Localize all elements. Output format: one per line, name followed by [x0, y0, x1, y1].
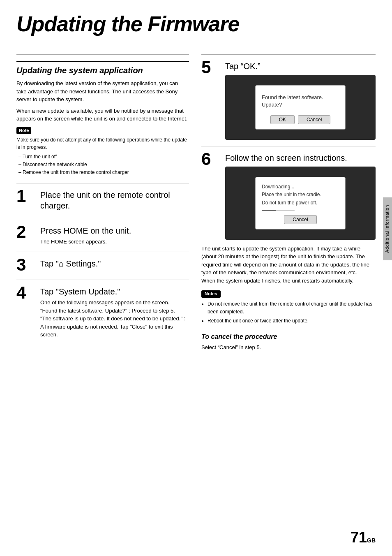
step-5-number: 5: [201, 59, 222, 76]
page-number-suffix: GB: [367, 537, 376, 545]
step-5-screen: Found the latest software. Update? OK Ca…: [225, 75, 376, 139]
notes-section: Notes Do not remove the unit from the re…: [201, 290, 376, 325]
step-4-content: Tap "System Update." One of the followin…: [40, 286, 189, 339]
notes-bullets: Do not remove the unit from the remote c…: [201, 300, 376, 325]
step-4: 4 Tap "System Update." One of the follow…: [16, 286, 189, 339]
notes-bullet-1: Do not remove the unit from the remote c…: [208, 300, 376, 316]
progress-bar-fill: [262, 210, 276, 211]
sidebar-label: Additional information: [384, 205, 390, 253]
page-title: Updating the Firmware: [16, 12, 376, 36]
cancel-button-2[interactable]: Cancel: [284, 215, 316, 224]
dl-text-3: Do not turn the power off.: [262, 199, 339, 206]
note-badge: Note: [16, 127, 31, 134]
step-3: 3 Tap "⌂ Settings.": [16, 258, 189, 273]
step-1: 1 Place the unit on the remote control c…: [16, 190, 189, 213]
page-number-container: 71 GB: [350, 527, 376, 548]
step-2-number: 2: [16, 223, 37, 241]
step-1-heading: Place the unit on the remote control cha…: [40, 190, 189, 211]
dialog-text-1: Found the latest software. Update?: [262, 94, 339, 109]
dl-text-1: Downloading...: [262, 183, 339, 190]
step-1-number: 1: [16, 188, 37, 205]
main-content: Updating the system application By downl…: [16, 48, 376, 354]
step-2: 2 Press HOME on the unit. The HOME scree…: [16, 225, 189, 246]
notes-badge: Notes: [201, 290, 221, 297]
dialog-buttons: OK Cancel: [262, 115, 339, 124]
progress-bar: [262, 210, 295, 211]
dl-text-2: Place the unit in the cradle.: [262, 191, 339, 198]
to-cancel-text: Select “Cancel” in step 5.: [201, 343, 376, 352]
note-section: Note Make sure you do not attempt any of…: [16, 126, 189, 177]
after-step6-text: The unit starts to update the system app…: [201, 245, 376, 285]
step-4-number: 4: [16, 284, 37, 301]
intro-text-2: When a new update is available, you will…: [16, 107, 189, 123]
left-column: Updating the system application By downl…: [16, 48, 189, 354]
step-5-content: Tap “OK.” Found the latest software. Upd…: [225, 61, 376, 139]
notes-bullet-2: Reboot the unit once or twice after the …: [208, 317, 376, 325]
note-bullet-2: Disconnect the network cable: [18, 161, 189, 169]
step-6-content: Follow the on screen instructions. Downl…: [225, 153, 376, 240]
step-5: 5 Tap “OK.” Found the latest software. U…: [201, 61, 376, 139]
step-2-content: Press HOME on the unit. The HOME screen …: [40, 225, 189, 246]
note-bullets: Turn the unit off Disconnect the network…: [16, 153, 189, 177]
step-6-number: 6: [201, 151, 222, 168]
note-bullet-3: Remove the unit from the remote control …: [18, 169, 189, 176]
step-3-number: 3: [16, 256, 37, 273]
step-6-dialog: Downloading... Place the unit in the cra…: [255, 177, 346, 229]
step-5-heading: Tap “OK.”: [225, 61, 376, 72]
ok-button[interactable]: OK: [270, 115, 295, 124]
to-cancel-heading: To cancel the procedure: [201, 332, 376, 341]
step-3-content: Tap "⌂ Settings.": [40, 258, 189, 271]
step-1-content: Place the unit on the remote control cha…: [40, 190, 189, 213]
section-title: Updating the system application: [16, 61, 189, 75]
step-3-heading: Tap "⌂ Settings.": [40, 258, 189, 269]
intro-text-1: By downloading the latest version of the…: [16, 79, 189, 104]
step-5-dialog: Found the latest software. Update? OK Ca…: [255, 85, 346, 129]
step-6: 6 Follow the on screen instructions. Dow…: [201, 153, 376, 240]
step-6-screen: Downloading... Place the unit in the cra…: [225, 167, 376, 240]
step-2-subtext: The HOME screen appears.: [40, 238, 189, 246]
to-cancel-section: To cancel the procedure Select “Cancel” …: [201, 332, 376, 351]
step-2-heading: Press HOME on the unit.: [40, 225, 189, 236]
right-column: 5 Tap “OK.” Found the latest software. U…: [201, 48, 376, 354]
step-4-subtext: One of the following messages appears on…: [40, 299, 189, 339]
cancel-button[interactable]: Cancel: [298, 115, 330, 124]
step-6-heading: Follow the on screen instructions.: [225, 153, 376, 163]
note-bullet-1: Turn the unit off: [18, 153, 189, 161]
page-container: Updating the Firmware Updating the syste…: [0, 0, 392, 556]
note-text: Make sure you do not attempt any of the …: [16, 136, 189, 151]
sidebar-tab: Additional information: [383, 197, 392, 260]
page-number: 71: [350, 527, 367, 548]
step-4-heading: Tap "System Update.": [40, 286, 189, 297]
